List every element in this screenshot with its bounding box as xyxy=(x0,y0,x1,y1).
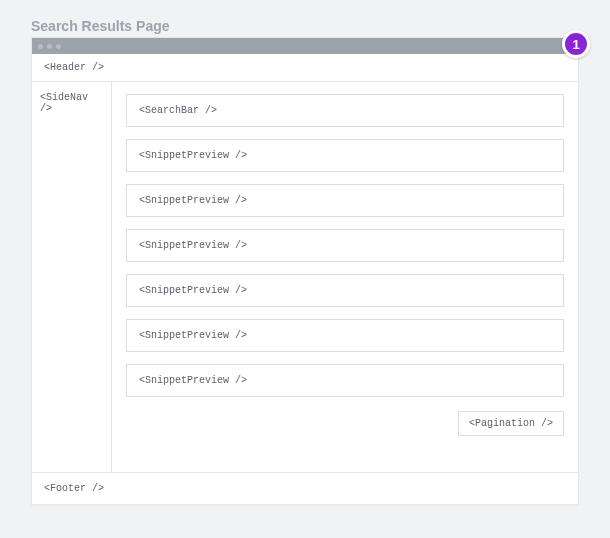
snippet-preview-slot: <SnippetPreview /> xyxy=(126,139,564,172)
body-region: <SideNav /> <SearchBar /> <SnippetPrevie… xyxy=(32,82,578,472)
main-region: <SearchBar /> <SnippetPreview /> <Snippe… xyxy=(112,82,578,472)
header-slot: <Header /> xyxy=(32,54,578,82)
step-badge: 1 xyxy=(562,30,590,58)
footer-slot: <Footer /> xyxy=(32,472,578,504)
wireframe-window: <Header /> <SideNav /> <SearchBar /> <Sn… xyxy=(31,37,579,505)
window-dot-icon xyxy=(47,44,52,49)
window-titlebar xyxy=(32,38,578,54)
pagination-slot: <Pagination /> xyxy=(458,411,564,436)
window-dot-icon xyxy=(56,44,61,49)
page-title: Search Results Page xyxy=(31,18,170,34)
snippet-preview-slot: <SnippetPreview /> xyxy=(126,229,564,262)
snippet-preview-slot: <SnippetPreview /> xyxy=(126,364,564,397)
snippet-preview-slot: <SnippetPreview /> xyxy=(126,184,564,217)
snippet-preview-slot: <SnippetPreview /> xyxy=(126,319,564,352)
pagination-row: <Pagination /> xyxy=(126,411,564,436)
snippet-preview-slot: <SnippetPreview /> xyxy=(126,274,564,307)
window-dot-icon xyxy=(38,44,43,49)
sidenav-slot: <SideNav /> xyxy=(32,82,112,472)
searchbar-slot: <SearchBar /> xyxy=(126,94,564,127)
